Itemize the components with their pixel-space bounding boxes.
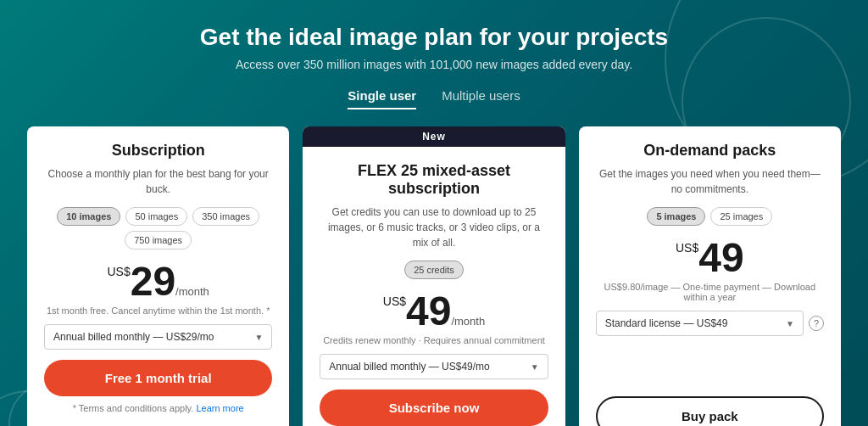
subscription-terms-text: * Terms and conditions apply. [73, 403, 194, 413]
flex-options: 25 credits [404, 261, 464, 279]
ondemand-title: On-demand packs [643, 142, 776, 160]
subscription-title: Subscription [112, 142, 205, 160]
card-subscription: Subscription Choose a monthly plan for t… [27, 126, 289, 426]
flex-price-block: US$49/month [383, 291, 485, 332]
card-ondemand: On-demand packs Get the images you need … [579, 126, 841, 426]
flex-desc: Get credits you can use to download up t… [320, 205, 548, 250]
ondemand-dropdown-arrow: ▼ [786, 319, 794, 328]
subscription-currency: US$ [107, 265, 130, 278]
subscription-dropdown[interactable]: Annual billed monthly — US$29/mo ▼ [44, 324, 272, 350]
ondemand-help-icon[interactable]: ? [809, 316, 824, 331]
subscription-period: /month [175, 285, 209, 298]
ondemand-price-block: US$49 [676, 238, 744, 278]
flex-dropdown-label: Annual billed monthly — US$49/mo [329, 361, 489, 373]
page-subtitle: Access over 350 million images with 101,… [236, 58, 632, 71]
flex-currency: US$ [383, 294, 406, 308]
flex-dropdown-arrow: ▼ [531, 362, 539, 372]
flex-period: /month [451, 315, 485, 328]
option-5-images[interactable]: 5 images [647, 207, 705, 226]
tab-single-user[interactable]: Single user [348, 88, 416, 109]
option-50-images[interactable]: 50 images [125, 207, 187, 226]
ondemand-dropdown-row: Standard license — US$49 ▼ ? [596, 311, 824, 336]
option-350-images[interactable]: 350 images [192, 207, 259, 226]
option-25-credits[interactable]: 25 credits [404, 261, 464, 279]
ondemand-dropdown-label: Standard license — US$49 [605, 317, 728, 329]
subscription-amount: 29 [131, 259, 175, 304]
flex-cta-button[interactable]: Subscribe now [320, 390, 548, 426]
ondemand-dropdown[interactable]: Standard license — US$49 ▼ [596, 311, 804, 336]
tab-group: Single user Multiple users [348, 88, 520, 109]
card-subscription-body: Subscription Choose a monthly plan for t… [27, 126, 289, 426]
card-flex-body: FLEX 25 mixed-asset subscription Get cre… [303, 147, 565, 426]
ondemand-desc: Get the images you need when you need th… [596, 166, 824, 197]
flex-amount: 49 [406, 289, 451, 334]
subscription-desc: Choose a monthly plan for the best bang … [44, 166, 272, 197]
subscription-price-block: US$29/month [107, 261, 209, 302]
ondemand-price-note: US$9.80/image — One-time payment — Downl… [596, 282, 824, 302]
option-25-images[interactable]: 25 images [710, 207, 772, 226]
subscription-terms: * Terms and conditions apply. Learn more [73, 403, 244, 413]
subscription-cta-button[interactable]: Free 1 month trial [44, 360, 272, 396]
ondemand-currency: US$ [676, 241, 698, 255]
option-10-images[interactable]: 10 images [57, 207, 120, 226]
pricing-cards: Subscription Choose a monthly plan for t… [27, 126, 841, 426]
ondemand-cta-button[interactable]: Buy pack [596, 396, 824, 426]
page-wrapper: Get the ideal image plan for your projec… [0, 0, 868, 426]
subscription-price-note: 1st month free. Cancel anytime within th… [47, 305, 270, 316]
subscription-dropdown-arrow: ▼ [254, 333, 263, 342]
card-ondemand-body: On-demand packs Get the images you need … [579, 126, 841, 426]
ondemand-options: 5 images 25 images [647, 207, 772, 226]
flex-title: FLEX 25 mixed-asset subscription [320, 162, 548, 198]
tab-multiple-users[interactable]: Multiple users [442, 88, 520, 109]
page-title: Get the ideal image plan for your projec… [200, 24, 668, 51]
flex-price-note: Credits renew monthly · Requires annual … [323, 335, 545, 345]
flex-badge: New [303, 126, 565, 147]
subscription-options: 10 images 50 images 350 images 750 image… [44, 207, 272, 249]
ondemand-amount: 49 [698, 235, 743, 280]
flex-dropdown[interactable]: Annual billed monthly — US$49/mo ▼ [320, 354, 548, 379]
subscription-dropdown-label: Annual billed monthly — US$29/mo [53, 331, 214, 343]
subscription-learn-more-link[interactable]: Learn more [196, 403, 243, 413]
card-flex: New FLEX 25 mixed-asset subscription Get… [303, 126, 565, 426]
option-750-images[interactable]: 750 images [125, 231, 192, 249]
